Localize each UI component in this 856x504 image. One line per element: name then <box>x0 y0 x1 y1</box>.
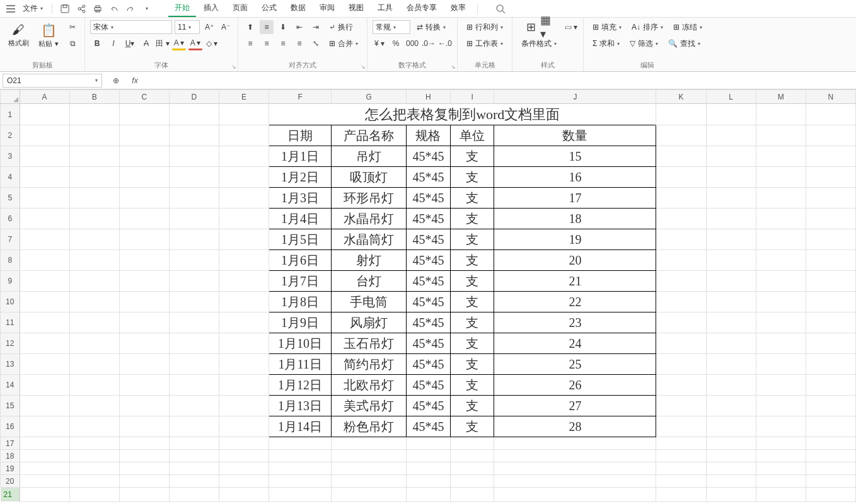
cell-D18[interactable] <box>169 450 219 462</box>
select-all-corner[interactable] <box>1 90 20 104</box>
cell-C16[interactable] <box>119 416 169 437</box>
table-data-cell[interactable]: 28 <box>494 416 656 437</box>
tab-数据[interactable]: 数据 <box>284 0 312 17</box>
table-data-cell[interactable]: 25 <box>494 354 656 375</box>
table-data-cell[interactable]: 射灯 <box>332 250 407 271</box>
cell-K1[interactable] <box>656 104 706 125</box>
row-header-15[interactable]: 15 <box>1 396 20 416</box>
cell-B21[interactable] <box>69 488 119 502</box>
cell-M18[interactable] <box>756 450 806 462</box>
cell-H20[interactable] <box>407 475 451 488</box>
cell-A3[interactable] <box>20 146 69 167</box>
column-header-H[interactable]: H <box>407 90 451 104</box>
cell-L7[interactable] <box>706 229 756 250</box>
share-icon[interactable] <box>75 3 88 15</box>
cell-M16[interactable] <box>756 416 806 437</box>
title-cell[interactable]: 怎么把表格复制到word文档里面 <box>269 104 656 125</box>
tab-公式[interactable]: 公式 <box>255 0 283 17</box>
table-data-cell[interactable]: 1月6日 <box>269 250 332 271</box>
table-data-cell[interactable]: 北欧吊灯 <box>332 375 407 396</box>
cell-C1[interactable] <box>119 104 169 125</box>
cell-B5[interactable] <box>69 188 119 209</box>
column-header-D[interactable]: D <box>169 90 219 104</box>
cell-N15[interactable] <box>806 396 855 416</box>
cell-H21[interactable] <box>407 488 451 502</box>
row-header-4[interactable]: 4 <box>1 167 20 188</box>
table-data-cell[interactable]: 15 <box>494 146 656 167</box>
cell-D6[interactable] <box>169 209 219 229</box>
cell-K8[interactable] <box>656 250 706 271</box>
cell-A2[interactable] <box>20 125 69 146</box>
tab-会员专享[interactable]: 会员专享 <box>400 0 443 17</box>
tab-插入[interactable]: 插入 <box>197 0 225 17</box>
cell-M8[interactable] <box>756 250 806 271</box>
column-header-K[interactable]: K <box>656 90 706 104</box>
cell-C14[interactable] <box>119 375 169 396</box>
row-header-2[interactable]: 2 <box>1 125 20 146</box>
cell-A14[interactable] <box>20 375 69 396</box>
table-data-cell[interactable]: 支 <box>450 312 494 333</box>
cell-C7[interactable] <box>119 229 169 250</box>
table-data-cell[interactable]: 1月2日 <box>269 167 332 188</box>
print-icon[interactable] <box>91 3 104 15</box>
cell-I18[interactable] <box>450 450 494 462</box>
cell-D11[interactable] <box>169 312 219 333</box>
cell-C18[interactable] <box>119 450 169 462</box>
increase-indent-icon[interactable]: ⇥ <box>309 20 323 34</box>
table-data-cell[interactable]: 支 <box>450 188 494 209</box>
table-data-cell[interactable]: 1月11日 <box>269 354 332 375</box>
align-middle-icon[interactable]: ≡ <box>260 20 274 34</box>
cell-M11[interactable] <box>756 312 806 333</box>
cell-J17[interactable] <box>494 437 656 450</box>
table-data-cell[interactable]: 水晶筒灯 <box>332 229 407 250</box>
cell-D1[interactable] <box>169 104 219 125</box>
fill-button[interactable]: ⊞ 填充 ▾ <box>589 20 625 34</box>
table-header-cell[interactable]: 日期 <box>269 125 332 146</box>
cell-A19[interactable] <box>20 462 69 475</box>
cell-N8[interactable] <box>806 250 855 271</box>
cell-C11[interactable] <box>119 312 169 333</box>
cell-N13[interactable] <box>806 354 855 375</box>
cell-B9[interactable] <box>69 271 119 292</box>
sort-button[interactable]: A↓ 排序 ▾ <box>628 20 667 34</box>
cell-N19[interactable] <box>806 462 855 475</box>
align-top-icon[interactable]: ⬆ <box>243 20 257 34</box>
decrease-font-icon[interactable]: A⁻ <box>219 20 233 34</box>
cell-D8[interactable] <box>169 250 219 271</box>
cell-A7[interactable] <box>20 229 69 250</box>
conditional-format-button[interactable]: 条件格式 ▾ <box>518 37 560 50</box>
cell-N20[interactable] <box>806 475 855 488</box>
search-icon[interactable] <box>495 4 506 14</box>
cell-B6[interactable] <box>69 209 119 229</box>
row-header-17[interactable]: 17 <box>1 437 20 450</box>
paste-button[interactable]: 📋 粘贴 ▾ <box>35 20 62 49</box>
merge-cells-button[interactable]: ⊞ 合并 ▾ <box>325 37 362 50</box>
cell-E4[interactable] <box>219 167 269 188</box>
cell-D15[interactable] <box>169 396 219 416</box>
bold-button[interactable]: B <box>90 37 104 50</box>
column-header-M[interactable]: M <box>756 90 806 104</box>
cell-B13[interactable] <box>69 354 119 375</box>
cell-D16[interactable] <box>169 416 219 437</box>
cell-E15[interactable] <box>219 396 269 416</box>
table-data-cell[interactable]: 支 <box>450 209 494 229</box>
cell-A15[interactable] <box>20 396 69 416</box>
cell-K3[interactable] <box>656 146 706 167</box>
cell-D4[interactable] <box>169 167 219 188</box>
cell-E6[interactable] <box>219 209 269 229</box>
table-data-cell[interactable]: 45*45 <box>407 333 451 354</box>
table-header-cell[interactable]: 数量 <box>494 125 656 146</box>
table-data-cell[interactable]: 26 <box>494 375 656 396</box>
cell-A9[interactable] <box>20 271 69 292</box>
row-header-9[interactable]: 9 <box>1 271 20 292</box>
cell-A21[interactable] <box>20 488 69 502</box>
cell-N4[interactable] <box>806 167 855 188</box>
table-data-cell[interactable]: 支 <box>450 333 494 354</box>
align-center-icon[interactable]: ≡ <box>260 37 274 50</box>
cell-N5[interactable] <box>806 188 855 209</box>
freeze-button[interactable]: ⊞ 冻结 ▾ <box>669 20 706 34</box>
column-header-C[interactable]: C <box>119 90 169 104</box>
cell-N6[interactable] <box>806 209 855 229</box>
table-data-cell[interactable]: 45*45 <box>407 271 451 292</box>
cell-E10[interactable] <box>219 292 269 312</box>
